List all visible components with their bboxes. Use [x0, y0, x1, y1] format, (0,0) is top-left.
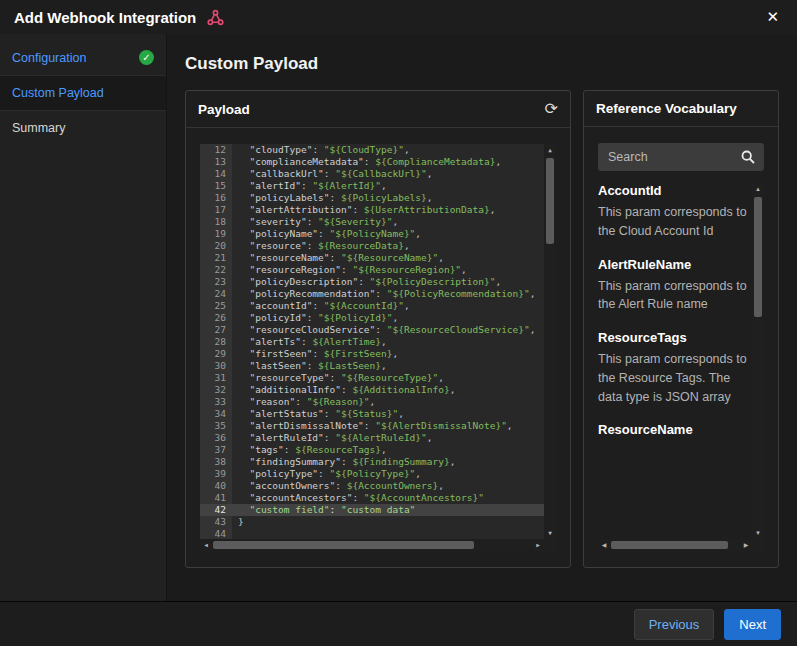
code-line[interactable]: 43}	[200, 516, 544, 528]
line-number: 18	[200, 216, 232, 228]
code-line[interactable]: 38 "findingSummary": ${FindingSummary},	[200, 456, 544, 468]
code-text: "resourceCloudService": "${ResourceCloud…	[232, 324, 544, 336]
scrollbar-corner	[544, 539, 556, 551]
code-line[interactable]: 35 "alertDismissalNote": "${AlertDismiss…	[200, 420, 544, 432]
line-number: 31	[200, 372, 232, 384]
code-lines: 12 "cloudType": "${CloudType}",13 "compl…	[200, 144, 544, 539]
code-text: "resourceRegion": "${ResourceRegion}",	[232, 264, 544, 276]
code-line[interactable]: 21 "resourceName": "${ResourceName}",	[200, 252, 544, 264]
scroll-down-icon[interactable]: ▼	[544, 527, 556, 539]
code-line[interactable]: 34 "alertStatus": "${Status}",	[200, 408, 544, 420]
code-text: "policyDescription": "${PolicyDescriptio…	[232, 276, 544, 288]
horizontal-scroll-thumb[interactable]	[611, 541, 728, 549]
code-line[interactable]: 13 "complianceMetadata": ${ComplianceMet…	[200, 156, 544, 168]
code-line[interactable]: 17 "alertAttribution": ${UserAttribution…	[200, 204, 544, 216]
vertical-scroll-thumb[interactable]	[546, 158, 554, 244]
code-line[interactable]: 40 "accountOwners": ${AccountOwners},	[200, 480, 544, 492]
close-icon[interactable]: ✕	[762, 6, 783, 28]
payload-panel-title: Payload	[198, 102, 250, 117]
code-text: "policyLabels": ${PolicyLabels},	[232, 192, 544, 204]
code-line[interactable]: 20 "resource": ${ResourceData},	[200, 240, 544, 252]
line-number: 12	[200, 144, 232, 156]
previous-button[interactable]: Previous	[634, 609, 715, 640]
line-number: 43	[200, 516, 232, 528]
line-number: 22	[200, 264, 232, 276]
code-line[interactable]: 39 "policyType": "${PolicyType}",	[200, 468, 544, 480]
code-text: "callbackUrl": "${CallbackUrl}",	[232, 168, 544, 180]
code-line[interactable]: 12 "cloudType": "${CloudType}",	[200, 144, 544, 156]
editor-vertical-scrollbar[interactable]: ▲ ▼	[544, 144, 556, 539]
scroll-right-icon[interactable]: ▶	[740, 539, 752, 551]
vocab-panel-header: Reference Vocabulary	[584, 91, 778, 127]
code-line[interactable]: 25 "accountId": "${AccountId}",	[200, 300, 544, 312]
code-line[interactable]: 30 "lastSeen": ${LastSeen},	[200, 360, 544, 372]
code-line[interactable]: 36 "alertRuleId": "${AlertRuleId}",	[200, 432, 544, 444]
vocab-description: This param corresponds to the Resource T…	[598, 350, 752, 406]
refresh-icon[interactable]: ⟳	[545, 101, 558, 117]
code-text: "accountOwners": ${AccountOwners},	[232, 480, 544, 492]
code-line[interactable]: 22 "resourceRegion": "${ResourceRegion}"…	[200, 264, 544, 276]
line-number: 44	[200, 528, 232, 539]
vocab-horizontal-scrollbar[interactable]: ◀ ▶	[598, 539, 752, 551]
editor-horizontal-scrollbar[interactable]: ◀ ▶	[200, 539, 544, 551]
code-line[interactable]: 29 "firstSeen": ${FirstSeen},	[200, 348, 544, 360]
code-line[interactable]: 24 "policyRecommendation": "${PolicyReco…	[200, 288, 544, 300]
sidebar-item-custom-payload[interactable]: Custom Payload	[0, 76, 166, 111]
scroll-left-icon[interactable]: ◀	[598, 539, 610, 551]
line-number: 29	[200, 348, 232, 360]
code-line[interactable]: 15 "alertId": "${AlertId}",	[200, 180, 544, 192]
code-line[interactable]: 14 "callbackUrl": "${CallbackUrl}",	[200, 168, 544, 180]
code-line[interactable]: 37 "tags": ${ResourceTags},	[200, 444, 544, 456]
code-line[interactable]: 44	[200, 528, 544, 539]
code-line[interactable]: 32 "additionalInfo": ${AdditionalInfo},	[200, 384, 544, 396]
code-line[interactable]: 33 "reason": "${Reason}",	[200, 396, 544, 408]
code-editor[interactable]: 12 "cloudType": "${CloudType}",13 "compl…	[200, 144, 556, 551]
sidebar-steps: Configuration✓Custom PayloadSummary	[0, 40, 166, 145]
line-number: 27	[200, 324, 232, 336]
page-title: Custom Payload	[185, 54, 779, 74]
code-line[interactable]: 41 "accountAncestors": "${AccountAncesto…	[200, 492, 544, 504]
payload-panel-body: 12 "cloudType": "${CloudType}",13 "compl…	[186, 128, 570, 567]
sidebar-item-configuration[interactable]: Configuration✓	[0, 40, 166, 76]
vocab-term: ResourceTags	[598, 330, 752, 345]
vocab-term: AccountId	[598, 183, 752, 198]
code-text: "reason": "${Reason}",	[232, 396, 544, 408]
code-line[interactable]: 26 "policyId": "${PolicyId}",	[200, 312, 544, 324]
line-number: 26	[200, 312, 232, 324]
vocab-item[interactable]: AlertRuleNameThis param corresponds to t…	[598, 257, 752, 315]
code-line[interactable]: 42 "custom field": "custom data"	[200, 504, 544, 516]
vocab-item[interactable]: ResourceTagsThis param corresponds to th…	[598, 330, 752, 406]
next-button[interactable]: Next	[724, 609, 781, 640]
add-webhook-modal: Add Webhook Integration ✕ Configuration✓…	[0, 0, 797, 646]
code-line[interactable]: 16 "policyLabels": ${PolicyLabels},	[200, 192, 544, 204]
horizontal-scroll-thumb[interactable]	[213, 541, 474, 549]
scroll-right-icon[interactable]: ▶	[532, 539, 544, 551]
vocab-vertical-scrollbar[interactable]: ▲ ▼	[752, 183, 764, 539]
line-number: 36	[200, 432, 232, 444]
code-text: "tags": ${ResourceTags},	[232, 444, 544, 456]
scroll-up-icon[interactable]: ▲	[752, 183, 764, 195]
code-text: "alertId": "${AlertId}",	[232, 180, 544, 192]
line-number: 17	[200, 204, 232, 216]
code-text: "severity": "${Severity}",	[232, 216, 544, 228]
code-line[interactable]: 31 "resourceType": "${ResourceType}",	[200, 372, 544, 384]
code-line[interactable]: 23 "policyDescription": "${PolicyDescrip…	[200, 276, 544, 288]
line-number: 32	[200, 384, 232, 396]
vocab-item[interactable]: AccountIdThis param corresponds to the C…	[598, 183, 752, 241]
line-number: 37	[200, 444, 232, 456]
check-icon: ✓	[139, 50, 154, 65]
code-line[interactable]: 18 "severity": "${Severity}",	[200, 216, 544, 228]
search-icon[interactable]	[740, 149, 756, 169]
scroll-left-icon[interactable]: ◀	[200, 539, 212, 551]
line-number: 35	[200, 420, 232, 432]
modal-footer: Previous Next	[0, 602, 797, 646]
code-line[interactable]: 19 "policyName": "${PolicyName}",	[200, 228, 544, 240]
scroll-down-icon[interactable]: ▼	[752, 527, 764, 539]
code-line[interactable]: 28 "alertTs": ${AlertTime},	[200, 336, 544, 348]
vocab-item[interactable]: ResourceName	[598, 422, 752, 437]
scroll-up-icon[interactable]: ▲	[544, 144, 556, 156]
vertical-scroll-thumb[interactable]	[754, 197, 762, 317]
code-line[interactable]: 27 "resourceCloudService": "${ResourceCl…	[200, 324, 544, 336]
line-number: 41	[200, 492, 232, 504]
sidebar-item-summary[interactable]: Summary	[0, 111, 166, 145]
